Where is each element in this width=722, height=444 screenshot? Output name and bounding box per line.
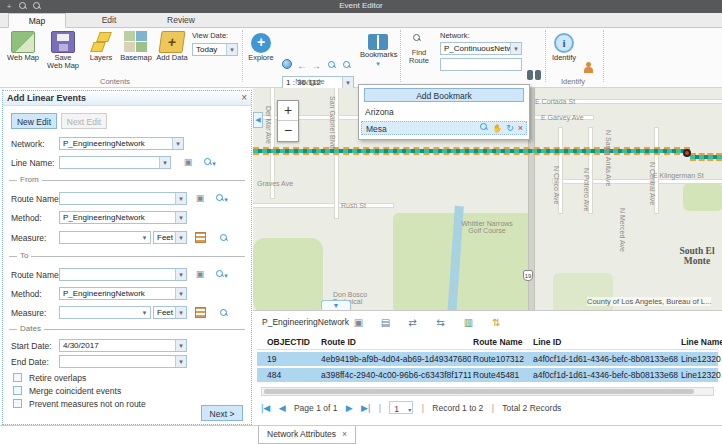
select-on-map-icon[interactable]: ▣ bbox=[193, 268, 207, 281]
chevron-down-icon[interactable]: ▾ bbox=[175, 288, 186, 299]
select-on-map-icon[interactable]: ▣ bbox=[181, 156, 195, 169]
scrollbar-thumb[interactable] bbox=[264, 389, 694, 394]
column-header[interactable]: Line Name bbox=[681, 337, 722, 347]
tab-review[interactable]: Review bbox=[152, 13, 210, 28]
chevron-down-icon[interactable]: ▾ bbox=[139, 307, 150, 318]
tab-network-attributes[interactable]: Network Attributes× bbox=[258, 426, 356, 444]
route-input[interactable] bbox=[440, 58, 522, 71]
add-bookmark-button[interactable]: Add Bookmark bbox=[364, 88, 524, 102]
to-measure-input[interactable]: ▾ bbox=[59, 306, 151, 319]
chevron-down-icon[interactable]: ▾ bbox=[175, 307, 186, 318]
chevron-down-icon[interactable]: ▾ bbox=[175, 356, 186, 367]
web-map-button[interactable]: Web Map bbox=[6, 31, 40, 62]
zoom-to-icon[interactable]: ▾ bbox=[215, 193, 229, 206]
column-header[interactable]: Route ID bbox=[321, 337, 471, 347]
identify-button[interactable]: i Identify bbox=[549, 33, 579, 62]
zoom-to-icon[interactable] bbox=[217, 233, 231, 246]
from-route-combo[interactable]: ▾ bbox=[59, 192, 187, 205]
map-zoom-in-button[interactable]: + bbox=[278, 101, 298, 121]
start-date-combo[interactable]: 4/30/2017▾ bbox=[59, 339, 187, 352]
chevron-down-icon[interactable]: ▾ bbox=[159, 157, 170, 168]
table-row[interactable]: 19 4eb9419b-af9b-4d04-ab69-1d493476802b … bbox=[257, 352, 718, 366]
chevron-down-icon[interactable]: ▾ bbox=[175, 232, 186, 243]
close-icon[interactable]: × bbox=[342, 429, 347, 439]
bookmark-item-mesa[interactable]: Mesa ✋ ↻ × bbox=[361, 121, 527, 135]
zoom-in-map-icon[interactable] bbox=[328, 60, 336, 71]
find-route-button[interactable]: Find Route bbox=[404, 34, 434, 66]
delete-bookmark-icon[interactable]: × bbox=[518, 123, 523, 133]
pan-bookmark-icon[interactable]: ✋ bbox=[492, 124, 502, 133]
network-combo[interactable]: P_ContinuousNetwork ▾ bbox=[440, 42, 522, 55]
to-units-combo[interactable]: Feet▾ bbox=[153, 306, 187, 319]
bookmarks-button[interactable]: Bookmarks ▾ bbox=[360, 34, 396, 68]
zoom-to-icon[interactable]: ▾ bbox=[215, 269, 229, 282]
globe-icon[interactable] bbox=[282, 59, 292, 71]
add-data-button[interactable]: + Add Data bbox=[154, 31, 190, 62]
merge-coincident-checkbox[interactable] bbox=[13, 386, 22, 395]
column-header[interactable]: OBJECTID bbox=[267, 337, 317, 347]
map-zoom-out-button[interactable]: − bbox=[278, 121, 298, 141]
chevron-down-icon[interactable]: ▾ bbox=[175, 340, 186, 351]
chevron-down-icon[interactable]: ▾ bbox=[175, 193, 186, 204]
next-edit-button[interactable]: Next Edit bbox=[61, 113, 107, 129]
from-measure-input[interactable]: ▾ bbox=[59, 231, 151, 244]
prevent-measures-checkbox[interactable] bbox=[13, 399, 22, 408]
person-icon[interactable] bbox=[583, 62, 593, 74]
horizontal-scrollbar[interactable] bbox=[261, 387, 714, 396]
binoculars-icon[interactable] bbox=[527, 70, 541, 80]
refresh-bookmark-icon[interactable]: ↻ bbox=[506, 123, 514, 133]
next-page-button[interactable]: ▶ bbox=[346, 403, 353, 413]
zoom-out-map-icon[interactable] bbox=[343, 60, 351, 71]
next-button[interactable]: Next > bbox=[201, 405, 243, 421]
explore-button[interactable]: + Explore bbox=[246, 33, 276, 62]
new-edit-button[interactable]: New Edit bbox=[11, 113, 57, 129]
to-method-combo[interactable]: P_EngineeringNetwork▾ bbox=[59, 287, 187, 300]
back-extent-icon[interactable]: ← bbox=[297, 60, 307, 71]
separator: | bbox=[379, 403, 381, 413]
transfer-right-icon[interactable]: ⇆ bbox=[433, 315, 448, 329]
view-date-combo[interactable]: Today ▾ bbox=[192, 43, 238, 56]
chevron-down-icon[interactable]: ▾ bbox=[510, 43, 521, 54]
from-method-combo[interactable]: P_EngineeringNetwork▾ bbox=[59, 211, 187, 224]
first-page-button[interactable]: |◀ bbox=[261, 403, 270, 413]
to-route-combo[interactable]: ▾ bbox=[59, 268, 187, 281]
table-row[interactable]: 484 a398ff4c-2940-4c00-96b6-c6343f8f1711… bbox=[257, 368, 718, 382]
select-records-icon[interactable]: ▣ bbox=[351, 315, 366, 329]
end-date-combo[interactable]: ▾ bbox=[59, 355, 187, 368]
save-web-map-button[interactable]: Save Web Map bbox=[46, 31, 80, 71]
chevron-down-icon[interactable]: ▾ bbox=[172, 138, 183, 149]
collapse-table-tab[interactable]: ▼ bbox=[321, 300, 351, 310]
column-header[interactable]: Line ID bbox=[533, 337, 678, 347]
chevron-down-icon[interactable]: ▾ bbox=[175, 212, 186, 223]
app-title: Event Editor bbox=[0, 1, 722, 10]
line-name-combo[interactable]: ▾ bbox=[59, 156, 171, 169]
layers-button[interactable]: Layers bbox=[86, 31, 116, 62]
add-table-icon[interactable]: ▥ bbox=[461, 315, 476, 329]
last-page-button[interactable]: ▶| bbox=[361, 403, 370, 413]
tab-edit[interactable]: Edit bbox=[80, 13, 138, 28]
chevron-down-icon[interactable]: ▾ bbox=[226, 44, 237, 55]
from-units-combo[interactable]: Feet▾ bbox=[153, 231, 187, 244]
column-header[interactable]: Route Name bbox=[473, 337, 531, 347]
measure-tool-icon[interactable] bbox=[195, 232, 209, 245]
tab-map[interactable]: Map bbox=[8, 13, 66, 28]
zoom-to-icon[interactable] bbox=[217, 308, 231, 321]
retire-overlaps-checkbox[interactable] bbox=[13, 373, 22, 382]
measure-tool-icon[interactable] bbox=[195, 307, 209, 320]
chevron-down-icon[interactable]: ▾ bbox=[139, 232, 150, 243]
transfer-left-icon[interactable]: ⇄ bbox=[405, 315, 420, 329]
zoom-to-icon[interactable]: ▾ bbox=[203, 157, 217, 170]
select-on-map-icon[interactable]: ▣ bbox=[193, 192, 207, 205]
show-table-icon[interactable]: ▤ bbox=[378, 315, 393, 329]
panel-network-combo[interactable]: P_EngineeringNetwork▾ bbox=[59, 137, 184, 150]
basemap-button[interactable]: Basemap bbox=[118, 31, 154, 62]
collapse-left-arrow[interactable]: ◀ bbox=[253, 112, 263, 128]
sort-icon[interactable]: ⇅ bbox=[489, 315, 504, 329]
bookmark-item-arizona[interactable]: Arizona bbox=[361, 105, 527, 119]
zoom-bookmark-icon[interactable] bbox=[480, 123, 488, 133]
page-select[interactable]: 1▾ bbox=[389, 401, 413, 414]
close-icon[interactable]: × bbox=[241, 92, 247, 103]
chevron-down-icon[interactable]: ▾ bbox=[175, 269, 186, 280]
prev-page-button[interactable]: ◀ bbox=[279, 403, 286, 413]
forward-extent-icon[interactable]: → bbox=[311, 60, 321, 71]
